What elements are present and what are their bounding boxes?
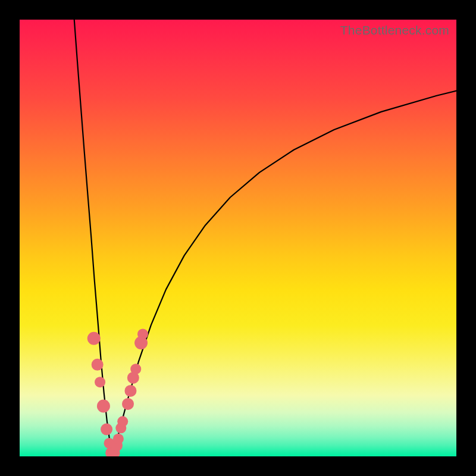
data-marker xyxy=(97,400,110,413)
data-marker xyxy=(87,332,101,345)
data-marker xyxy=(95,377,105,387)
chart-svg xyxy=(20,20,456,456)
data-marker xyxy=(92,359,104,371)
plot-area: TheBottleneck.com xyxy=(20,20,456,456)
data-marker xyxy=(122,398,134,410)
series-left-branch xyxy=(74,20,113,456)
watermark-text: TheBottleneck.com xyxy=(340,23,449,37)
series-right-branch xyxy=(112,91,456,456)
data-marker xyxy=(117,416,128,427)
data-marker xyxy=(130,364,141,374)
data-marker xyxy=(124,385,136,397)
data-marker xyxy=(101,423,112,435)
chart-frame: TheBottleneck.com xyxy=(0,0,476,476)
data-marker xyxy=(137,328,148,339)
curve-markers xyxy=(87,328,148,456)
data-marker xyxy=(113,434,124,444)
